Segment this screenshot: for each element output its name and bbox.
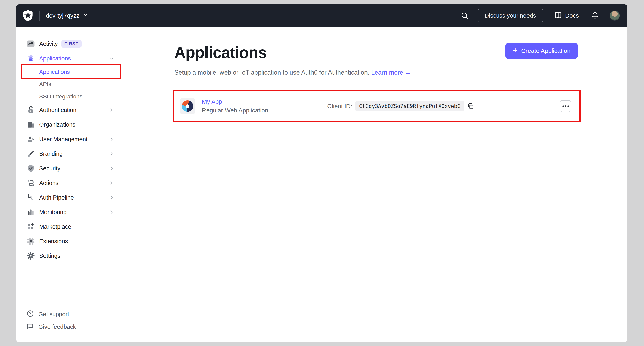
chevron-right-icon xyxy=(108,195,115,201)
sidebar-item-label: Monitoring xyxy=(39,209,66,216)
sidebar-item-label: Activity xyxy=(39,41,58,47)
topbar-actions: Discuss your needs Docs xyxy=(460,9,620,22)
copy-icon[interactable] xyxy=(467,102,474,110)
sidebar-item-authentication[interactable]: Authentication xyxy=(16,103,124,117)
sidebar-nav: Activity FIRST Applications Applications… xyxy=(16,27,124,263)
discuss-your-needs-button[interactable]: Discuss your needs xyxy=(478,9,543,22)
sidebar-item-applications[interactable]: Applications xyxy=(16,51,124,66)
sidebar-item-label: Organizations xyxy=(39,121,76,128)
sidebar-item-actions[interactable]: Actions xyxy=(16,176,124,190)
give-feedback-label: Give feedback xyxy=(38,323,76,330)
learn-more-link[interactable]: Learn more → xyxy=(371,69,411,76)
topbar: dev-tyj7qyzz Discuss your needs Docs xyxy=(16,5,628,27)
sidebar-item-label: Applications xyxy=(39,55,71,62)
docs-link[interactable]: Docs xyxy=(554,11,579,21)
docs-label: Docs xyxy=(565,12,579,19)
chevron-right-icon xyxy=(108,180,115,186)
search-icon[interactable] xyxy=(460,11,470,21)
sidebar-item-branding[interactable]: Branding xyxy=(16,146,124,161)
user-gear-icon xyxy=(26,135,35,144)
help-circle-icon xyxy=(26,310,34,319)
speech-bubble-icon xyxy=(26,322,34,331)
annotation-highlight-box xyxy=(21,64,121,79)
activity-chart-icon xyxy=(26,39,35,48)
user-avatar[interactable] xyxy=(610,11,620,21)
sidebar-subitem-apis[interactable]: APIs xyxy=(16,78,124,90)
flow-icon xyxy=(26,179,35,187)
lock-icon xyxy=(26,106,35,114)
grid-plus-icon xyxy=(26,222,35,231)
sidebar-item-extensions[interactable]: Extensions xyxy=(16,234,124,249)
sidebar-item-settings[interactable]: Settings xyxy=(16,249,124,263)
client-id-group: Client ID: CtCqy3AvbQZSo7sE9RiynaPuiXOxv… xyxy=(327,101,474,111)
auth0-logo-icon[interactable] xyxy=(22,10,34,22)
get-support-label: Get support xyxy=(38,311,69,318)
sidebar-item-monitoring[interactable]: Monitoring xyxy=(16,205,124,219)
sidebar-subitem-applications[interactable]: Applications xyxy=(16,66,124,78)
chevron-down-icon xyxy=(83,12,88,19)
give-feedback-link[interactable]: Give feedback xyxy=(26,320,76,333)
tenant-switcher[interactable]: dev-tyj7qyzz xyxy=(46,12,88,19)
chevron-right-icon xyxy=(108,136,115,142)
page-subtitle: Setup a mobile, web or IoT application t… xyxy=(174,69,411,76)
sidebar-item-label: Extensions xyxy=(39,238,68,245)
client-id-value[interactable]: CtCqy3AvbQZSo7sE9RiynaPuiXOxvebG xyxy=(355,101,464,111)
sidebar-item-security[interactable]: Security xyxy=(16,161,124,176)
first-badge: FIRST xyxy=(62,40,82,48)
application-logo-tile xyxy=(180,98,196,114)
shield-check-icon xyxy=(26,164,35,173)
create-application-label: Create Application xyxy=(521,47,570,54)
paintbrush-icon xyxy=(26,149,35,158)
sidebar-item-label: Settings xyxy=(39,253,60,259)
client-id-label: Client ID: xyxy=(327,103,352,110)
sidebar-item-label: Security xyxy=(39,165,60,172)
chevron-right-icon xyxy=(108,107,115,113)
notifications-bell-icon[interactable] xyxy=(590,11,600,21)
application-type: Regular Web Application xyxy=(202,107,268,114)
sidebar-item-label: Authentication xyxy=(39,107,76,113)
create-application-button[interactable]: + Create Application xyxy=(506,43,578,59)
gear-icon xyxy=(26,251,35,260)
chip-icon xyxy=(26,237,35,246)
sidebar-item-label: Branding xyxy=(39,150,63,157)
sidebar-item-activity[interactable]: Activity FIRST xyxy=(16,37,124,51)
layers-icon xyxy=(26,54,35,63)
tenant-name: dev-tyj7qyzz xyxy=(46,12,80,19)
sidebar-item-label: Auth Pipeline xyxy=(39,194,74,201)
sidebar-item-label: Marketplace xyxy=(39,223,71,230)
buildings-icon xyxy=(26,120,35,129)
sidebar-item-label: Actions xyxy=(39,180,58,186)
application-logo-icon xyxy=(182,100,193,112)
arrow-right-icon: → xyxy=(405,69,411,76)
book-icon xyxy=(554,11,562,21)
plus-icon: + xyxy=(513,46,518,55)
bar-chart-icon xyxy=(26,208,35,217)
sidebar-item-organizations[interactable]: Organizations xyxy=(16,117,124,132)
sidebar-subitem-sso-integrations[interactable]: SSO Integrations xyxy=(16,90,124,103)
application-row[interactable]: My App Regular Web Application Client ID… xyxy=(173,90,581,122)
sidebar-item-user-management[interactable]: User Management xyxy=(16,132,124,146)
page-title: Applications xyxy=(174,43,266,62)
chevron-right-icon xyxy=(108,151,115,157)
sidebar-subitem-label: APIs xyxy=(39,81,51,88)
application-name-link[interactable]: My App xyxy=(202,98,268,105)
get-support-link[interactable]: Get support xyxy=(26,308,76,320)
chevron-right-icon xyxy=(108,209,115,215)
row-more-actions-button[interactable] xyxy=(560,100,572,112)
sidebar: Activity FIRST Applications Applications… xyxy=(16,27,124,342)
pipeline-icon xyxy=(26,193,35,202)
chevron-down-icon xyxy=(108,55,115,61)
app-window: dev-tyj7qyzz Discuss your needs Docs xyxy=(16,5,628,342)
sidebar-subitem-label: SSO Integrations xyxy=(39,93,82,100)
sidebar-footer: Get support Give feedback xyxy=(26,308,76,333)
subtitle-text: Setup a mobile, web or IoT application t… xyxy=(174,69,370,76)
sidebar-item-label: User Management xyxy=(39,136,88,143)
topbar-divider xyxy=(39,11,40,21)
sidebar-item-auth-pipeline[interactable]: Auth Pipeline xyxy=(16,190,124,205)
sidebar-item-marketplace[interactable]: Marketplace xyxy=(16,219,124,234)
chevron-right-icon xyxy=(108,165,115,171)
application-titles: My App Regular Web Application xyxy=(202,98,268,114)
sidebar-subitem-label: Applications xyxy=(39,69,70,75)
